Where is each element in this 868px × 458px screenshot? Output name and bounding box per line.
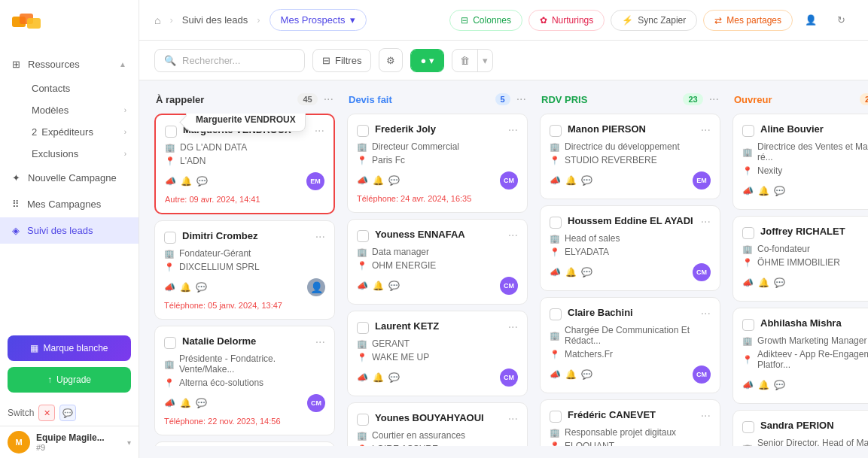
marque-blanche-button[interactable]: ▦ Marque blanche (8, 335, 131, 361)
card-action-0-richalet[interactable]: 📣 (742, 278, 754, 288)
card-options-bouyahyaoui[interactable]: ··· (508, 412, 518, 426)
card-options-bachini[interactable]: ··· (701, 307, 711, 320)
card-bouyahyaoui[interactable]: Younes BOUYAHYAOUI ··· 🏢 Courtier en ass… (347, 402, 528, 446)
colonnes-button[interactable]: ⊟ Colonnes (449, 10, 522, 31)
card-ennafaa[interactable]: Youness ENNAFAA ··· 🏢 Data manager 📍 OHM… (347, 219, 528, 305)
card-checkbox-richalet[interactable] (742, 227, 754, 239)
card-options-ennafaa[interactable]: ··· (508, 229, 518, 242)
card-pierson[interactable]: Manon PIERSON ··· 🏢 Directrice du dévelo… (540, 114, 720, 199)
card-action-1-ennafaa[interactable]: 🔔 (373, 281, 384, 291)
card-action-1-richalet[interactable]: 🔔 (758, 278, 769, 288)
card-mishra[interactable]: Abhilasha Mishra ··· 🏢 Growth Marketing … (732, 308, 868, 404)
card-action-0-delorme[interactable]: 📣 (164, 398, 175, 408)
card-action-1-crombez[interactable]: 🔔 (180, 282, 191, 293)
card-action-0-ennafaa[interactable]: 📣 (357, 281, 368, 291)
card-options-pierson[interactable]: ··· (701, 123, 711, 137)
card-options-joly[interactable]: ··· (508, 123, 518, 137)
card-vendroux[interactable]: Marguerite VENDROUX Marguerite VENDROUX … (154, 114, 335, 214)
card-action-1-joly[interactable]: 🔔 (373, 175, 384, 186)
card-action-0-bouvier[interactable]: 📣 (742, 186, 754, 196)
card-checkbox-perion[interactable] (742, 421, 754, 433)
sidebar-item-ressources[interactable]: ⊞ Ressources ▲ (0, 51, 139, 77)
card-action-1-pierson[interactable]: 🔔 (565, 175, 577, 186)
filter-button[interactable]: ⊟ Filtres (312, 49, 371, 72)
card-el-ayadi[interactable]: Houssem Eddine EL AYADI ··· 🏢 Head of sa… (540, 205, 720, 291)
col-menu-devis-fait[interactable]: ··· (516, 93, 526, 106)
sidebar-item-expediteurs[interactable]: 2 Expéditeurs › (0, 121, 139, 143)
card-action-1-bouvier[interactable]: 🔔 (758, 186, 769, 196)
nurturings-button[interactable]: ✿ Nurturings (528, 10, 605, 31)
mes-prospects-button[interactable]: Mes Prospects ▾ (270, 9, 367, 31)
sidebar-item-nouvelle-campagne[interactable]: ✦ Nouvelle Campagne (0, 165, 139, 191)
card-checkbox-joly[interactable] (357, 125, 369, 137)
card-options-canevet[interactable]: ··· (701, 409, 711, 423)
card-action-1-delorme[interactable]: 🔔 (180, 398, 191, 408)
card-action-2-delorme[interactable]: 💬 (196, 398, 207, 408)
card-action-2-joly[interactable]: 💬 (388, 175, 400, 186)
card-action-2-richalet[interactable]: 💬 (774, 278, 785, 288)
card-checkbox-bouyahyaoui[interactable] (357, 414, 369, 426)
card-action-0-vendroux[interactable]: 📣 (165, 176, 176, 187)
card-action-2-mishra[interactable]: 💬 (774, 380, 785, 390)
card-checkbox-ketz[interactable] (357, 322, 369, 334)
card-checkbox-crombez[interactable] (164, 232, 176, 244)
col-menu-rdv-pris[interactable]: ··· (709, 93, 719, 106)
settings-button[interactable]: ⚙ (379, 48, 403, 72)
card-action-2-bouvier[interactable]: 💬 (774, 186, 785, 196)
card-action-2-vendroux[interactable]: 💬 (196, 176, 208, 187)
home-icon[interactable]: ⌂ (154, 14, 160, 26)
upgrade-button[interactable]: ↑ Upgrade (8, 367, 131, 393)
card-action-2-ennafaa[interactable]: 💬 (388, 281, 400, 291)
card-crombez[interactable]: Dimitri Crombez ··· 🏢 Fondateur-Gérant 📍… (154, 220, 335, 320)
card-checkbox-canevet[interactable] (550, 411, 562, 423)
card-perion[interactable]: Sandra PERION ··· 🏢 Senior Director, Hea… (732, 410, 868, 446)
switch-chat-button[interactable]: 💬 (59, 405, 76, 421)
add-contact-button[interactable]: ● ▾ (411, 50, 443, 71)
sidebar-item-contacts[interactable]: Contacts (0, 77, 139, 99)
card-options-vendroux[interactable]: ··· (315, 124, 324, 138)
sidebar-item-modeles[interactable]: Modèles › (0, 99, 139, 121)
card-action-0-crombez[interactable]: 📣 (164, 282, 175, 293)
trash-chevron[interactable]: ▾ (477, 50, 492, 71)
card-action-0-pierson[interactable]: 📣 (550, 175, 561, 186)
card-action-2-bachini[interactable]: 💬 (581, 369, 592, 380)
card-checkbox-el-ayadi[interactable] (550, 217, 562, 229)
search-input[interactable] (182, 55, 288, 66)
card-action-2-el-ayadi[interactable]: 💬 (581, 267, 592, 278)
card-checkbox-vendroux[interactable] (165, 126, 177, 138)
sidebar-item-suivi-leads[interactable]: ◈ Suivi des leads (0, 217, 139, 244)
card-action-1-bachini[interactable]: 🔔 (565, 369, 577, 380)
card-joly[interactable]: Frederik Joly ··· 🏢 Directeur Commercial… (347, 114, 528, 213)
sidebar-item-exclusions[interactable]: Exclusions › (0, 143, 139, 165)
card-action-0-mishra[interactable]: 📣 (742, 380, 754, 390)
card-action-2-crombez[interactable]: 💬 (196, 282, 207, 293)
card-checkbox-delorme[interactable] (164, 337, 176, 349)
card-canevet[interactable]: Frédéric CANEVET ··· 🏢 Responsable proje… (540, 399, 720, 446)
mes-partages-button[interactable]: ⇄ Mes partages (703, 10, 793, 31)
card-action-1-ketz[interactable]: 🔔 (373, 372, 384, 383)
card-options-ketz[interactable]: ··· (508, 320, 518, 334)
sidebar-item-mes-campagnes[interactable]: ⠿ Mes Campagnes (0, 191, 139, 217)
card-action-1-mishra[interactable]: 🔔 (758, 380, 769, 390)
card-action-2-ketz[interactable]: 💬 (388, 372, 400, 383)
card-action-0-bachini[interactable]: 📣 (550, 369, 561, 380)
card-options-el-ayadi[interactable]: ··· (701, 215, 711, 229)
card-checkbox-bouvier[interactable] (742, 125, 754, 137)
refresh-button[interactable]: ↻ (829, 8, 853, 32)
card-action-1-vendroux[interactable]: 🔔 (181, 176, 192, 187)
card-checkbox-pierson[interactable] (550, 125, 562, 137)
card-bachini[interactable]: Claire Bachini ··· 🏢 Chargée De Communic… (540, 297, 720, 393)
card-richalet[interactable]: Joffrey RICHALET ··· 🏢 Co-fondateur 📍 ÖH… (732, 216, 868, 302)
card-checkbox-bachini[interactable] (550, 308, 562, 320)
add-user-button[interactable]: 👤 (799, 8, 823, 32)
sync-zapier-button[interactable]: ⚡ Sync Zapier (611, 10, 697, 31)
card-options-delorme[interactable]: ··· (315, 335, 325, 349)
card-checkbox-mishra[interactable] (742, 319, 754, 331)
trash-button[interactable]: 🗑 (452, 50, 477, 71)
card-action-0-el-ayadi[interactable]: 📣 (550, 267, 561, 278)
breadcrumb-suivi-leads[interactable]: Suivi des leads (182, 14, 248, 26)
card-action-2-pierson[interactable]: 💬 (581, 175, 592, 186)
card-action-1-el-ayadi[interactable]: 🔔 (565, 267, 577, 278)
card-delorme[interactable]: Natalie Delorme ··· 🏢 Présidente - Fonda… (154, 326, 335, 435)
col-menu-a-rappeler[interactable]: ··· (324, 93, 333, 106)
